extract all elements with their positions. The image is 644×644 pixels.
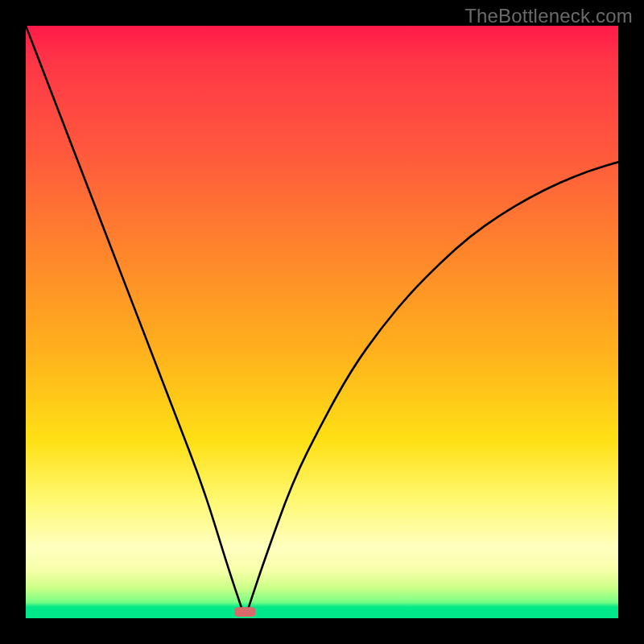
curve-path [26, 26, 618, 613]
plot-area [26, 26, 618, 618]
valley-notch-icon [234, 607, 255, 617]
chart-stage: TheBottleneck.com [0, 0, 644, 644]
watermark-text: TheBottleneck.com [464, 5, 633, 27]
bottleneck-curve [26, 26, 618, 618]
